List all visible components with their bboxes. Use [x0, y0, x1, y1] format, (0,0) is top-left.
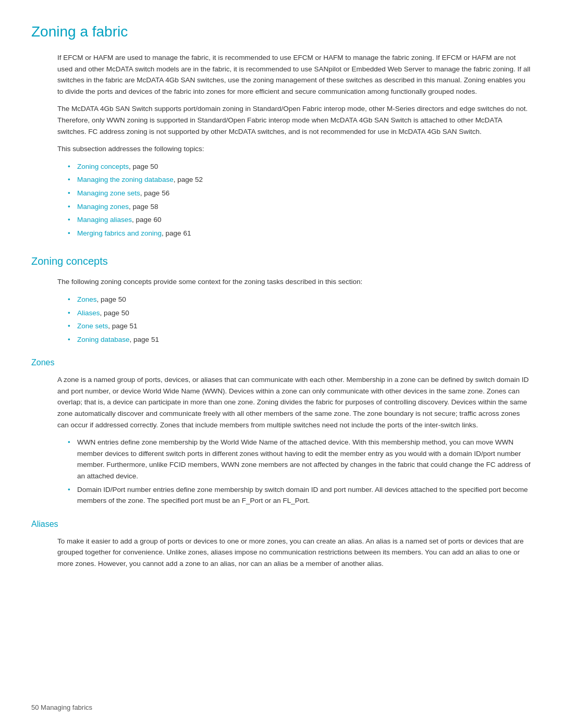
toc-link-6[interactable]: Merging fabrics and zoning	[77, 229, 162, 237]
section-title-zoning-concepts: Zoning concepts	[31, 253, 532, 269]
toc-link-5[interactable]: Managing aliases	[77, 216, 132, 224]
zc-toc-item-1: Zones, page 50	[68, 294, 532, 305]
toc-link-2[interactable]: Managing the zoning database	[77, 176, 174, 183]
zoning-concepts-toc: Zones, page 50 Aliases, page 50 Zone set…	[68, 294, 532, 345]
subsection-title-aliases: Aliases	[31, 518, 532, 530]
toc-item-5: Managing aliases, page 60	[68, 214, 532, 226]
toc-item-4: Managing zones, page 58	[68, 201, 532, 213]
subsection-title-zones: Zones	[31, 356, 532, 369]
toc-item-1: Zoning concepts, page 50	[68, 161, 532, 172]
zc-toc-link-4[interactable]: Zoning database	[77, 336, 130, 343]
page-container: Zoning a fabric If EFCM or HAFM are used…	[0, 0, 563, 728]
zones-para-1: A zone is a named group of ports, device…	[57, 374, 532, 430]
toc-link-1[interactable]: Zoning concepts	[77, 163, 129, 170]
zc-toc-item-3: Zone sets, page 51	[68, 320, 532, 332]
intro-para-1: If EFCM or HAFM are used to manage the f…	[57, 52, 532, 97]
zones-content: A zone is a named group of ports, device…	[31, 374, 532, 507]
zones-bullet-1: WWN entries define zone membership by th…	[68, 437, 532, 482]
zones-bullet-2: Domain ID/Port number entries define zon…	[68, 484, 532, 507]
page-footer: 50 Managing fabrics	[31, 702, 92, 713]
zc-toc-item-2: Aliases, page 50	[68, 307, 532, 319]
toc-item-2: Managing the zoning database, page 52	[68, 174, 532, 186]
aliases-para-1: To make it easier to add a group of port…	[57, 536, 532, 570]
intro-para-3: This subsection addresses the following …	[57, 143, 532, 155]
zc-toc-link-1[interactable]: Zones	[77, 295, 97, 303]
zc-toc-item-4: Zoning database, page 51	[68, 334, 532, 346]
zc-toc-link-3[interactable]: Zone sets	[77, 322, 108, 330]
aliases-content: To make it easier to add a group of port…	[31, 536, 532, 570]
zones-bullets: WWN entries define zone membership by th…	[68, 437, 532, 507]
zoning-concepts-block: The following zoning concepts provide so…	[31, 276, 532, 345]
zoning-concepts-intro: The following zoning concepts provide so…	[57, 276, 532, 288]
zc-toc-link-2[interactable]: Aliases	[77, 309, 100, 317]
intro-para-2: The McDATA 4Gb SAN Switch supports port/…	[57, 103, 532, 137]
intro-block: If EFCM or HAFM are used to manage the f…	[31, 52, 532, 239]
toc-link-4[interactable]: Managing zones	[77, 203, 129, 211]
toc-link-3[interactable]: Managing zone sets	[77, 189, 140, 197]
toc-item-6: Merging fabrics and zoning, page 61	[68, 228, 532, 239]
main-title: Zoning a fabric	[31, 21, 532, 43]
toc-list: Zoning concepts, page 50 Managing the zo…	[68, 161, 532, 239]
toc-item-3: Managing zone sets, page 56	[68, 188, 532, 199]
